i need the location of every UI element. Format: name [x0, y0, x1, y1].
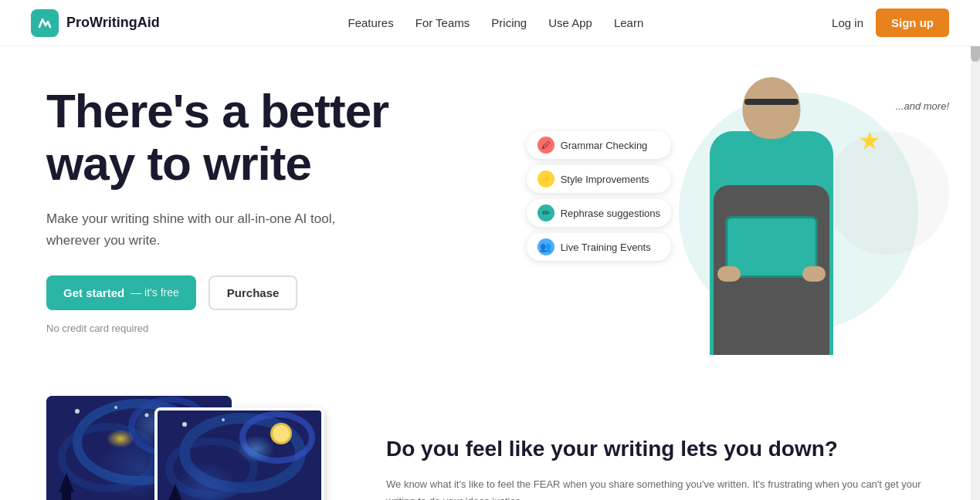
brand-logo[interactable]: ProWritingAid — [31, 9, 160, 37]
svg-point-19 — [182, 422, 187, 427]
svg-marker-12 — [59, 473, 74, 492]
get-started-button[interactable]: Get started — it's free — [46, 275, 196, 310]
svg-point-17 — [270, 423, 292, 444]
style-icon: ⚡ — [537, 171, 554, 188]
hero-buttons: Get started — it's free Purchase — [46, 275, 388, 310]
svg-rect-11 — [62, 488, 71, 500]
svg-rect-13 — [158, 410, 324, 500]
hero-content: There's a better way to write Make your … — [46, 85, 388, 334]
svg-point-15 — [169, 441, 254, 495]
svg-point-6 — [75, 409, 80, 414]
no-credit-text: No credit card required — [46, 323, 388, 334]
nav-links: Features For Teams Pricing Use App Learn — [348, 16, 644, 30]
person-hand-right — [802, 266, 826, 282]
hero-title: There's a better way to write — [46, 85, 388, 190]
second-section: My idea in my head Do you feel like your… — [0, 365, 980, 500]
pill-grammar: 🖊 Grammar Checking — [527, 131, 671, 159]
pill-style: ⚡ Style Improvements — [527, 165, 671, 193]
person-head — [743, 77, 801, 139]
nav-learn[interactable]: Learn — [614, 16, 643, 29]
svg-point-2 — [62, 427, 154, 488]
hero-section: There's a better way to write Make your … — [0, 46, 980, 365]
nav-use-app[interactable]: Use App — [548, 16, 592, 29]
signup-button[interactable]: Sign up — [876, 8, 949, 37]
nav-actions: Log in Sign up — [832, 8, 949, 37]
feature-pills: 🖊 Grammar Checking ⚡ Style Improvements … — [527, 131, 671, 261]
pill-training: 👥 Live Training Events — [527, 233, 671, 261]
svg-point-7 — [114, 406, 117, 409]
navbar: ProWritingAid Features For Teams Pricing… — [0, 0, 980, 46]
svg-point-8 — [145, 413, 149, 417]
svg-marker-24 — [168, 484, 183, 500]
scrollbar[interactable] — [971, 0, 980, 500]
nav-pricing[interactable]: Pricing — [491, 16, 527, 29]
second-section-title: Do you feel like your writing lets you d… — [386, 435, 934, 463]
person-container — [694, 69, 849, 355]
brand-icon — [31, 9, 59, 37]
person-hand-left — [717, 266, 741, 282]
painting-stack: My idea in my head — [46, 396, 324, 500]
purchase-button[interactable]: Purchase — [209, 275, 298, 310]
grammar-icon: 🖊 — [537, 137, 554, 154]
second-content: Do you feel like your writing lets you d… — [386, 435, 934, 500]
login-link[interactable]: Log in — [832, 16, 863, 29]
brand-name: ProWritingAid — [66, 15, 160, 31]
hero-subtitle: Make your writing shine with our all-in-… — [46, 208, 355, 250]
pill-rephrase: ✏ Rephrase suggestions — [527, 199, 671, 227]
second-section-body: We know what it's like to feel the FEAR … — [386, 476, 934, 500]
hero-illustration: ...and more! 🖊 Grammar Checking ⚡ Style … — [632, 69, 965, 355]
svg-point-16 — [242, 414, 312, 461]
more-label: ...and more! — [896, 100, 949, 112]
training-icon: 👥 — [537, 238, 554, 255]
svg-point-14 — [185, 418, 300, 488]
painting-front — [154, 407, 324, 500]
person-glasses — [744, 99, 799, 105]
nav-features[interactable]: Features — [348, 16, 394, 29]
rephrase-icon: ✏ — [537, 204, 554, 221]
svg-point-20 — [222, 418, 225, 421]
nav-for-teams[interactable]: For Teams — [415, 16, 470, 29]
svg-point-18 — [273, 425, 290, 442]
